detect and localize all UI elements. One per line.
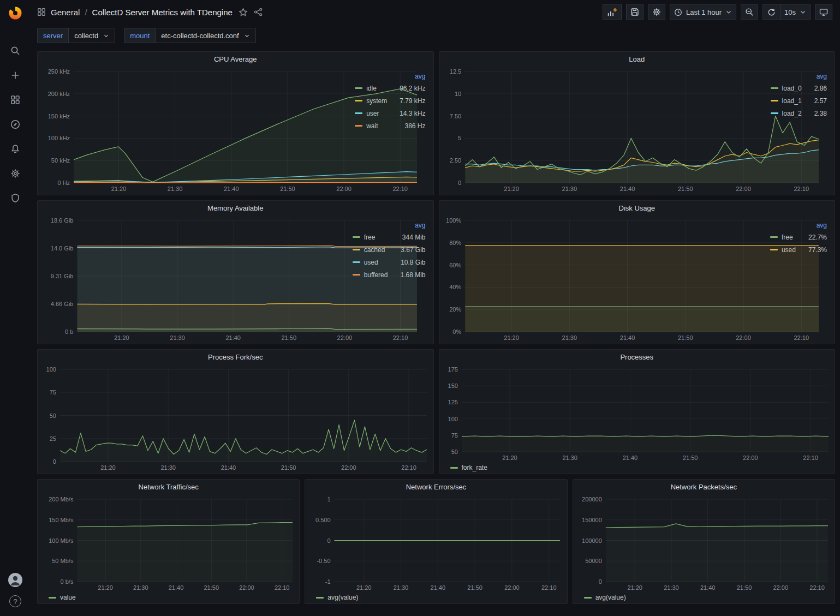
- server-admin-shield-icon[interactable]: [9, 192, 22, 205]
- share-dashboard-button[interactable]: [254, 8, 263, 16]
- panel-title-disk-usage[interactable]: Disk Usage: [439, 201, 835, 215]
- chart-svg: 02.5057.501012.521:2021:3021:4021:5022:0…: [443, 66, 823, 194]
- svg-text:2.50: 2.50: [449, 157, 461, 164]
- svg-text:21:50: 21:50: [280, 186, 295, 192]
- svg-text:21:30: 21:30: [664, 584, 679, 591]
- disk-usage-graph[interactable]: 0%20%40%60%80%100%21:2021:3021:4021:5022…: [443, 215, 766, 343]
- svg-text:21:50: 21:50: [682, 454, 698, 461]
- legend-item-fork_rate[interactable]: fork_rate: [450, 463, 487, 473]
- topbar-actions: Last 1 hour 10s: [603, 4, 832, 20]
- caret-down-icon: [244, 33, 250, 39]
- network-traffic-graph[interactable]: 0 b/s50 Mb/s100 Mb/s150 Mb/s200 Mb/s21:2…: [41, 494, 297, 593]
- add-panel-button[interactable]: [603, 4, 622, 20]
- refresh-control: 10s: [762, 4, 811, 20]
- svg-text:21:20: 21:20: [114, 334, 129, 341]
- svg-text:22:00: 22:00: [736, 334, 751, 341]
- series-color-swatch: [316, 597, 324, 599]
- time-range-picker[interactable]: Last 1 hour: [670, 4, 736, 20]
- variable-mount-value[interactable]: etc-collectd-collectd.conf: [155, 28, 255, 43]
- alerting-bell-icon[interactable]: [9, 142, 22, 156]
- svg-text:125: 125: [448, 399, 457, 405]
- zoom-out-button[interactable]: [741, 4, 758, 20]
- panel-title-load[interactable]: Load: [439, 52, 835, 66]
- legend-item-value[interactable]: value: [49, 593, 76, 602]
- refresh-interval-select[interactable]: 10s: [780, 4, 811, 20]
- process-fork-graph[interactable]: 025507510021:2021:3021:4021:5022:0022:10: [41, 364, 431, 473]
- legend-item-avgvalue[interactable]: avg(value): [316, 593, 358, 602]
- chart-svg: 507510012515017521:2021:3021:4021:5022:0…: [443, 364, 833, 463]
- svg-text:21:20: 21:20: [504, 186, 519, 192]
- svg-text:21:30: 21:30: [562, 454, 577, 461]
- svg-text:21:30: 21:30: [562, 334, 577, 341]
- network-errors-graph[interactable]: -1-0.5000.500121:2021:3021:4021:5022:002…: [308, 494, 564, 593]
- processes-legend: fork_rate: [443, 463, 833, 473]
- svg-text:175: 175: [448, 366, 457, 373]
- series-color-swatch: [584, 597, 592, 599]
- explore-compass-icon[interactable]: [9, 118, 22, 131]
- svg-text:200 kHz: 200 kHz: [48, 91, 70, 97]
- svg-text:7.50: 7.50: [449, 113, 461, 119]
- panel-load: Load 02.5057.501012.521:2021:3021:4021:5…: [439, 51, 836, 195]
- dashboard-topbar: General / CollectD Server Metrics with T…: [31, 0, 840, 24]
- grafana-logo[interactable]: [7, 4, 24, 21]
- sidebar-bottom: ?: [8, 573, 22, 607]
- help-icon[interactable]: ?: [9, 595, 21, 607]
- refresh-button[interactable]: [762, 4, 780, 20]
- refresh-interval-label: 10s: [784, 8, 796, 16]
- dashboard-settings-button[interactable]: [648, 4, 665, 20]
- chart-svg: -1-0.5000.500121:2021:3021:4021:5022:002…: [308, 494, 564, 593]
- dashboard-title[interactable]: CollectD Server Metrics with TDengine: [92, 8, 233, 17]
- svg-text:22:00: 22:00: [239, 584, 254, 591]
- processes-graph[interactable]: 507510012515017521:2021:3021:4021:5022:0…: [443, 364, 833, 463]
- svg-text:80%: 80%: [449, 240, 461, 246]
- star-dashboard-button[interactable]: [239, 8, 248, 17]
- load-graph[interactable]: 02.5057.501012.521:2021:3021:4021:5022:0…: [443, 66, 766, 194]
- svg-text:75: 75: [451, 432, 457, 439]
- svg-text:1: 1: [327, 496, 331, 503]
- svg-text:10: 10: [454, 91, 461, 97]
- svg-text:22:00: 22:00: [736, 186, 751, 192]
- svg-text:150000: 150000: [582, 517, 602, 523]
- svg-text:0 b/s: 0 b/s: [61, 578, 74, 585]
- panel-memory-available: Memory Available 0 b4.66 Gib9.31 Gib14.0…: [37, 200, 434, 344]
- breadcrumb-separator: /: [85, 8, 87, 17]
- svg-text:21:20: 21:20: [502, 454, 517, 461]
- dashboards-icon[interactable]: [9, 93, 22, 106]
- refresh-icon: [767, 8, 776, 16]
- panel-title-memory-available[interactable]: Memory Available: [38, 201, 433, 215]
- search-icon[interactable]: [9, 44, 22, 57]
- cycle-view-mode-button[interactable]: [815, 4, 832, 20]
- svg-text:22:00: 22:00: [773, 584, 788, 591]
- panel-title-processes[interactable]: Processes: [439, 350, 835, 364]
- create-plus-icon[interactable]: [9, 69, 22, 82]
- legend-item-avgvalue[interactable]: avg(value): [584, 593, 626, 602]
- svg-text:0%: 0%: [452, 328, 461, 335]
- svg-text:50: 50: [50, 412, 56, 419]
- panel-title-cpu-average[interactable]: CPU Average: [38, 52, 433, 66]
- svg-text:22:00: 22:00: [504, 584, 520, 591]
- svg-text:5: 5: [458, 135, 461, 141]
- svg-text:21:50: 21:50: [468, 584, 483, 591]
- variable-server-value[interactable]: collectd: [68, 28, 115, 43]
- cpu-average-graph[interactable]: 0 Hz50 kHz100 kHz150 kHz200 kHz250 kHz21…: [41, 66, 350, 194]
- svg-text:100 kHz: 100 kHz: [48, 135, 70, 141]
- panel-title-process-fork[interactable]: Process Fork/sec: [38, 350, 433, 364]
- memory-available-graph[interactable]: 0 b4.66 Gib9.31 Gib14.0 Gib18.6 Gib21:20…: [41, 215, 348, 343]
- panel-title-network-packets[interactable]: Network Packets/sec: [573, 480, 835, 494]
- svg-text:14.0 Gib: 14.0 Gib: [51, 245, 74, 252]
- save-dashboard-button[interactable]: [626, 4, 644, 20]
- svg-text:21:40: 21:40: [221, 464, 236, 471]
- svg-text:100: 100: [46, 366, 56, 373]
- panel-title-network-traffic[interactable]: Network Traffic/sec: [38, 480, 299, 494]
- svg-text:22:10: 22:10: [803, 454, 818, 461]
- panel-title-network-errors[interactable]: Network Errors/sec: [305, 480, 567, 494]
- svg-text:21:20: 21:20: [111, 186, 127, 192]
- network-packets-graph[interactable]: 05000010000015000020000021:2021:3021:402…: [576, 494, 832, 593]
- svg-text:18.6 Gib: 18.6 Gib: [51, 217, 74, 224]
- breadcrumb-folder[interactable]: General: [51, 8, 80, 17]
- svg-text:50 Mb/s: 50 Mb/s: [52, 558, 74, 564]
- user-avatar[interactable]: [8, 573, 22, 587]
- svg-text:100: 100: [448, 416, 457, 422]
- svg-text:22:10: 22:10: [794, 334, 809, 341]
- configuration-gear-icon[interactable]: [9, 167, 22, 180]
